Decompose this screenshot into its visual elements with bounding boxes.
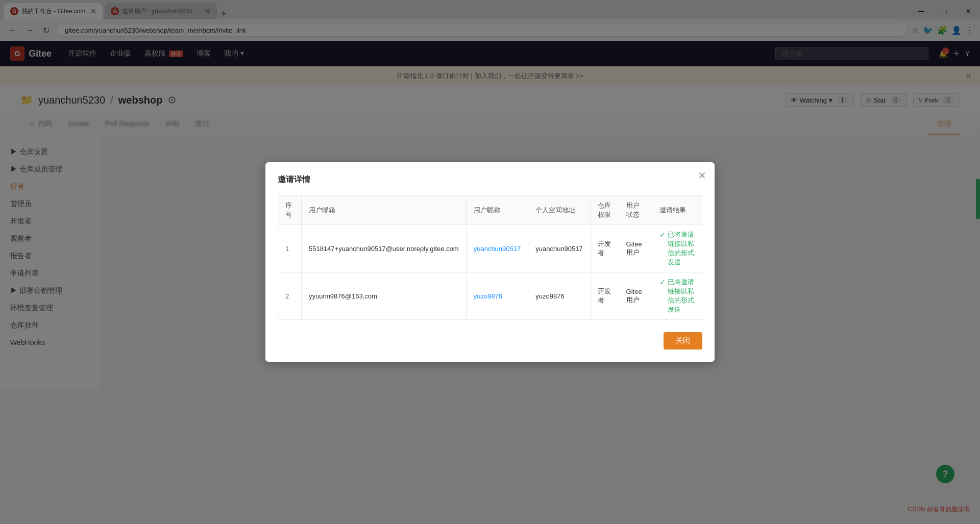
row2-result-content: ✓ 已将邀请链接以私信的形式发送 [659,278,695,314]
modal-title: 邀请详情 [278,174,702,185]
modal-overlay: 邀请详情 ✕ 序号 用户邮箱 用户昵称 个人空间地址 仓库权限 用户状态 邀请结… [0,0,980,390]
row1-email: 5518147+yuanchun90517@user.noreply.gitee… [301,225,466,272]
row2-index: 2 [278,272,302,320]
th-result: 邀请结果 [652,196,702,225]
modal-close-btn[interactable]: 关闭 [664,332,702,350]
th-space: 个人空间地址 [528,196,591,225]
check-icon-2: ✓ [659,278,666,286]
row2-email: yyuunn9876@163.com [301,272,466,320]
modal-footer: 关闭 [278,332,702,350]
row1-space: yuanchun90517 [528,225,591,272]
row1-status: Gitee 用户 [619,225,652,272]
table-row: 1 5518147+yuanchun90517@user.noreply.git… [278,225,702,272]
row2-space: yuzo9876 [528,272,591,320]
table-row: 2 yyuunn9876@163.com yuzo9876 yuzo9876 开… [278,272,702,320]
row1-index: 1 [278,225,302,272]
th-permission: 仓库权限 [590,196,619,225]
th-status: 用户状态 [619,196,652,225]
row2-result: ✓ 已将邀请链接以私信的形式发送 [652,272,702,320]
invite-table: 序号 用户邮箱 用户昵称 个人空间地址 仓库权限 用户状态 邀请结果 1 551… [278,195,702,320]
th-email: 用户邮箱 [301,196,466,225]
row2-status: Gitee 用户 [619,272,652,320]
row1-nickname[interactable]: yuanchun90517 [466,225,528,272]
row1-permission: 开发者 [590,225,619,272]
check-icon-1: ✓ [659,231,666,239]
row1-result-content: ✓ 已将邀请链接以私信的形式发送 [659,230,695,267]
row1-result: ✓ 已将邀请链接以私信的形式发送 [652,225,702,272]
th-nickname: 用户昵称 [466,196,528,225]
modal-close-button[interactable]: ✕ [698,170,706,181]
invite-detail-modal: 邀请详情 ✕ 序号 用户邮箱 用户昵称 个人空间地址 仓库权限 用户状态 邀请结… [265,162,715,362]
row2-permission: 开发者 [590,272,619,320]
th-index: 序号 [278,196,302,225]
row2-nickname[interactable]: yuzo9876 [466,272,528,320]
